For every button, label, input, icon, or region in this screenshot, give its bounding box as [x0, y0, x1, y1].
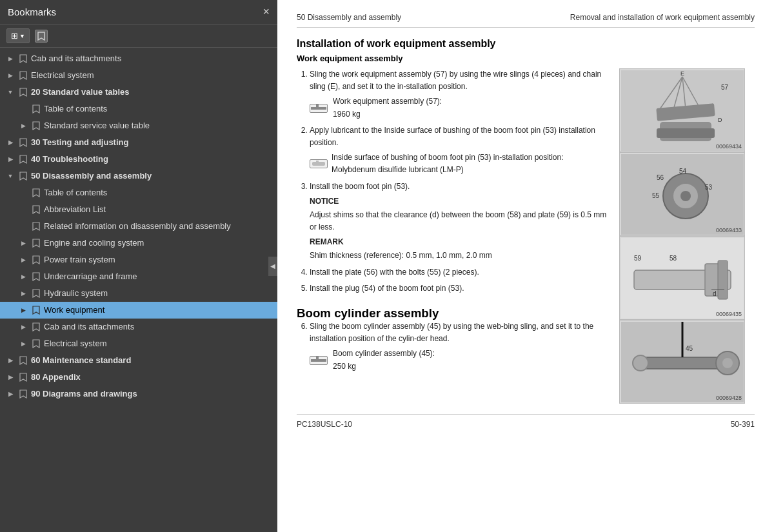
step-1-text: Sling the work equipment assembly (57) b…: [310, 70, 601, 91]
sidebar-item-electrical-top[interactable]: Electrical system: [0, 67, 277, 84]
image-2-code: 00069433: [716, 227, 742, 233]
svg-text:E: E: [680, 70, 684, 77]
sidebar-item-label: Standard service value table: [44, 121, 275, 132]
chevron-icon: [18, 123, 28, 129]
chevron-icon: [5, 357, 15, 364]
bookmarks-tree: Cab and its attachments Electrical syste…: [0, 48, 277, 532]
sidebar-item-label: Related information on disassembly and a…: [44, 221, 275, 232]
lubricant-label: Inside surface of bushing of boom foot p…: [332, 152, 564, 176]
sidebar-item-work-equipment[interactable]: Work equipment: [0, 302, 277, 319]
chevron-icon: [18, 307, 28, 313]
bookmark-icon: [19, 355, 28, 366]
sidebar-item-20-std[interactable]: 20 Standard value tables: [0, 84, 277, 101]
bookmark-icon: [32, 271, 41, 282]
crane-icon-2: [310, 356, 328, 365]
sidebar-item-toc-20[interactable]: Table of contents: [0, 101, 277, 117]
step-3-text: Install the boom foot pin (53).: [310, 182, 410, 191]
svg-rect-28: [718, 261, 728, 299]
sidebar-item-80-appendix[interactable]: 80 Appendix: [0, 369, 277, 386]
section-title: Installation of work equipment assembly: [297, 38, 755, 50]
chevron-icon: [5, 139, 15, 146]
grid-view-button[interactable]: ⊞ ▼: [6, 28, 30, 43]
boom-step-6: Sling the boom cylinder assembly (45) by…: [310, 320, 609, 373]
svg-rect-5: [316, 357, 319, 359]
sidebar-item-30-testing[interactable]: 30 Testing and adjusting: [0, 134, 277, 151]
chevron-icon: [5, 72, 15, 79]
sidebar-item-50-disassembly[interactable]: 50 Disassembly and assembly: [0, 168, 277, 184]
close-button[interactable]: ×: [263, 5, 270, 19]
svg-text:55: 55: [652, 192, 660, 199]
main-content-row: Sling the work equipment assembly (57) b…: [297, 68, 755, 404]
sidebar-item-label: Engine and cooling system: [44, 238, 275, 249]
weight-box-1: Work equipment assembly (57):1960 kg: [310, 95, 609, 120]
svg-rect-3: [316, 161, 319, 162]
bookmarks-header: Bookmarks ×: [0, 0, 277, 25]
svg-point-36: [722, 358, 733, 368]
chevron-icon: [5, 391, 15, 397]
main-section: Installation of work equipment assembly …: [297, 38, 755, 63]
sidebar-item-90-diagrams[interactable]: 90 Diagrams and drawings: [0, 386, 277, 402]
sidebar-item-abbrev[interactable]: Abbreviation List: [0, 201, 277, 218]
sidebar-item-60-maintenance[interactable]: 60 Maintenance standard: [0, 352, 277, 369]
sidebar-item-label: Power train system: [44, 255, 275, 266]
sidebar-item-label: 50 Disassembly and assembly: [31, 171, 275, 182]
image-4: 45 00069428: [619, 320, 745, 404]
bookmark-icon: [19, 70, 28, 81]
sidebar-item-label: Electrical system: [31, 70, 275, 81]
step-4: Install the plate (56) with the bolts (5…: [310, 266, 609, 279]
bookmark-icon: [19, 389, 28, 399]
sidebar-item-label: Table of contents: [44, 188, 275, 199]
sidebar-item-undercarriage[interactable]: Undercarriage and frame: [0, 268, 277, 285]
bookmark-icon: [32, 255, 41, 265]
bookmark-icon: [32, 305, 41, 315]
footer-right: 50-391: [731, 420, 755, 429]
chevron-icon: [5, 156, 15, 163]
step-1: Sling the work equipment assembly (57) b…: [310, 68, 609, 121]
text-column: Sling the work equipment assembly (57) b…: [297, 68, 609, 404]
collapse-panel-button[interactable]: ◀: [268, 257, 277, 276]
chevron-icon: [5, 173, 15, 179]
sidebar-item-label: 30 Testing and adjusting: [31, 137, 275, 148]
bookmark-icon: [32, 188, 41, 198]
sidebar-item-label: Work equipment: [44, 305, 275, 316]
sidebar-item-label: 60 Maintenance standard: [31, 355, 275, 366]
svg-text:D: D: [718, 117, 722, 123]
weight-box-boom: Boom cylinder assembly (45):250 kg: [310, 348, 609, 372]
sidebar-item-hydraulic[interactable]: Hydraulic system: [0, 285, 277, 302]
sidebar-item-label: Undercarriage and frame: [44, 271, 275, 282]
page-header-right: Removal and installation of work equipme…: [570, 13, 755, 22]
bookmark-icon: [32, 288, 41, 299]
svg-rect-1: [316, 104, 319, 107]
section-subtitle: Work equipment assembly: [297, 54, 755, 63]
chevron-icon: [18, 324, 28, 330]
sidebar-item-engine[interactable]: Engine and cooling system: [0, 235, 277, 251]
bookmark-list-icon[interactable]: [35, 30, 48, 43]
images-column: 57 E D 00069434 56 55: [619, 68, 755, 404]
sidebar-item-std-service[interactable]: Standard service value table: [0, 117, 277, 134]
image-1-code: 00069434: [716, 143, 742, 150]
sidebar-item-label: 40 Troubleshooting: [31, 154, 275, 165]
bookmark-icon: [32, 204, 41, 215]
image-2: 56 55 53 54 00069433: [619, 152, 745, 236]
sidebar-item-electrical-50[interactable]: Electrical system: [0, 335, 277, 352]
bookmark-icon: [19, 154, 28, 164]
chevron-icon: [5, 89, 15, 95]
image-3-code: 00069435: [716, 311, 742, 317]
sidebar-item-label: 90 Diagrams and drawings: [31, 389, 275, 400]
svg-text:45: 45: [686, 345, 693, 352]
image-1: 57 E D 00069434: [619, 68, 745, 152]
sidebar-item-40-troubleshooting[interactable]: 40 Troubleshooting: [0, 151, 277, 168]
bookmark-icon: [32, 238, 41, 248]
sidebar-item-toc-50[interactable]: Table of contents: [0, 184, 277, 201]
chevron-icon: [18, 273, 28, 280]
sidebar-item-cab-top[interactable]: Cab and its attachments: [0, 50, 277, 67]
bookmark-icon: [32, 121, 41, 131]
bookmarks-panel: Bookmarks × ⊞ ▼ Cab and its attachments: [0, 0, 277, 532]
step-5-text: Install the plug (54) of the boom foot p…: [310, 284, 464, 293]
sidebar-item-related[interactable]: Related information on disassembly and a…: [0, 218, 277, 235]
footer-left: PC138USLC-10: [297, 420, 352, 429]
sidebar-item-power-train[interactable]: Power train system: [0, 251, 277, 268]
sidebar-item-cab-50[interactable]: Cab and its attachments: [0, 319, 277, 335]
svg-text:58: 58: [670, 255, 677, 262]
bookmark-icon: [19, 87, 28, 97]
